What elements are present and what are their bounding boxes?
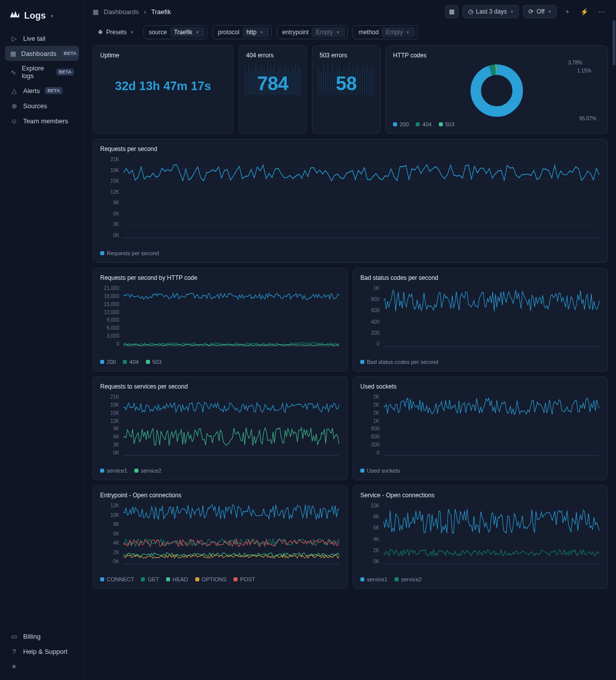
sidebar-item-help[interactable]: ? Help & Support <box>5 644 79 659</box>
grid-icon: ▦ <box>93 8 99 16</box>
legend-item: 503 <box>152 359 162 365</box>
dashboard-content: Uptime 32d 13h 47m 17s 404 errors 784 50… <box>85 45 616 680</box>
plus-icon: ＋ <box>564 7 571 16</box>
panel-rps-by-http-code[interactable]: Requests per second by HTTP code 21,0001… <box>93 268 348 371</box>
sidebar-item-sources[interactable]: ⊕ Sources <box>5 98 79 113</box>
topbar: ▦ Dashboards › Traefik ▦ ◷ Last 3 days ▾… <box>85 0 616 23</box>
y-axis: 21,00018,00015,00012,0009,0006,0003,0000 <box>100 285 122 347</box>
help-icon: ? <box>10 647 18 655</box>
filter-key: source <box>149 29 167 36</box>
y-axis: 2K2K2K1K9006003000 <box>360 394 382 456</box>
scroll-thumb[interactable] <box>612 20 615 65</box>
legend-item: POST <box>240 576 255 582</box>
chart: 21,00018,00015,00012,0009,0006,0003,0000 <box>100 285 340 356</box>
legend-item: service2 <box>141 468 162 474</box>
panel-title: Requests to services per second <box>100 383 340 390</box>
panel-http-codes[interactable]: HTTP codes 3.78% 1.15% 95.07% 200 404 50… <box>386 45 608 134</box>
uptime-value: 32d 13h 47m 17s <box>100 79 226 93</box>
panel-404-errors[interactable]: 404 errors 784 <box>239 45 307 134</box>
sidebar-item-explore-logs[interactable]: ∿ Explore logs BETA <box>5 61 79 83</box>
panel-entrypoint-open-connections[interactable]: Entrypoint - Open connections 12K10K8K6K… <box>93 485 348 589</box>
play-icon: ▷ <box>10 34 18 42</box>
y-axis: 21K18K15K12K9K6K3K0K <box>100 157 122 238</box>
chart: 12K10K8K6K4K2K0K <box>100 503 340 573</box>
chevron-down-icon: ▾ <box>131 30 133 35</box>
user-icon: ☺ <box>10 117 18 125</box>
timerange-selector[interactable]: ◷ Last 3 days ▾ <box>463 5 519 18</box>
panel-title: Requests per second by HTTP code <box>100 274 340 281</box>
filter-method[interactable]: method Empty▾ <box>353 25 418 39</box>
more-button[interactable]: ⋯ <box>595 5 608 18</box>
legend: Bad status codes per second <box>360 359 600 365</box>
chevron-down-icon: ▾ <box>549 9 551 14</box>
layers-icon: ❖ <box>98 29 103 36</box>
panel-bad-status-codes[interactable]: Bad status codes per second 1K8006004002… <box>353 268 608 371</box>
donut-pct-404: 3.78% <box>568 60 582 65</box>
legend-item: Used sockets <box>367 468 400 474</box>
presets-label: Presets <box>106 29 127 36</box>
legend: service1 service2 <box>100 468 340 474</box>
chevron-down-icon: ▾ <box>196 30 199 35</box>
bolt-icon: ⚡ <box>580 8 588 16</box>
theme-toggle[interactable]: ☀ <box>5 659 79 674</box>
svg-point-58 <box>476 69 517 111</box>
sidebar: Logs ▾ ▷ Live tail ▦ Dashboards BETA ∿ E… <box>0 0 85 680</box>
clock-icon: ◷ <box>468 8 473 15</box>
chevron-down-icon: ▾ <box>261 30 263 35</box>
filter-entrypoint[interactable]: entrypoint Empty▾ <box>277 25 348 39</box>
sidebar-item-alerts[interactable]: △ Alerts BETA <box>5 83 79 98</box>
panel-title: Bad status codes per second <box>360 274 600 281</box>
sidebar-item-label: Team members <box>23 117 68 125</box>
panel-requests-to-services[interactable]: Requests to services per second 21K18K15… <box>93 376 348 480</box>
panel-uptime[interactable]: Uptime 32d 13h 47m 17s <box>93 45 234 134</box>
breadcrumb: ▦ Dashboards › Traefik <box>93 8 171 16</box>
panel-requests-per-second[interactable]: Requests per second 21K18K15K12K9K6K3K0K… <box>93 139 608 263</box>
legend-item: service1 <box>107 468 127 474</box>
flash-button[interactable]: ⚡ <box>578 5 591 18</box>
panel-title: 503 errors <box>320 52 373 59</box>
beta-badge: BETA <box>56 68 74 75</box>
refresh-label: Off <box>536 8 545 15</box>
legend-item: Bad status codes per second <box>367 359 438 365</box>
y-axis: 1K8006004002000 <box>360 285 382 347</box>
chart: 2K2K2K1K9006003000 <box>360 394 600 465</box>
chart: 21K18K15K12K9K6K3K0K <box>100 394 340 465</box>
app-logo[interactable]: Logs ▾ <box>5 6 79 31</box>
donut-pct-503: 1.15% <box>577 68 591 73</box>
panel-service-open-connections[interactable]: Service - Open connections 10K8K6K4K2K0K… <box>353 485 608 589</box>
sidebar-item-dashboards[interactable]: ▦ Dashboards BETA <box>5 46 79 61</box>
sidebar-item-live-tail[interactable]: ▷ Live tail <box>5 31 79 46</box>
legend-item: OPTIONS <box>202 576 227 582</box>
filter-protocol[interactable]: protocol http▾ <box>212 25 272 39</box>
filter-key: method <box>358 29 378 36</box>
panel-503-errors[interactable]: 503 errors 58 <box>312 45 380 134</box>
panel-used-sockets[interactable]: Used sockets 2K2K2K1K9006003000 Used soc… <box>353 376 608 480</box>
legend-item: 503 <box>445 121 454 127</box>
sidebar-item-label: Explore logs <box>22 64 51 80</box>
add-button[interactable]: ＋ <box>561 5 574 18</box>
logo-icon <box>9 9 20 23</box>
panel-title: Uptime <box>100 52 226 59</box>
beta-badge: BETA <box>45 87 62 94</box>
legend: Requests per second <box>100 250 600 256</box>
presets-button[interactable]: ❖ Presets ▾ <box>93 26 138 38</box>
chart: 10K8K6K4K2K0K <box>360 503 600 573</box>
sidebar-item-label: Billing <box>23 633 41 640</box>
breadcrumb-root[interactable]: Dashboards <box>104 8 139 16</box>
chart: 21K18K15K12K9K6K3K0K <box>100 157 600 247</box>
grid-icon: ▦ <box>10 49 16 57</box>
legend-item: Requests per second <box>107 250 159 256</box>
scrollbar[interactable] <box>612 0 616 680</box>
donut-pct-200: 95.07% <box>579 116 596 121</box>
donut-chart <box>469 63 524 118</box>
legend-item: service1 <box>367 576 388 582</box>
sidebar-item-team-members[interactable]: ☺ Team members <box>5 113 79 128</box>
main: ▦ Dashboards › Traefik ▦ ◷ Last 3 days ▾… <box>85 0 616 680</box>
chevron-right-icon: › <box>144 8 146 16</box>
refresh-selector[interactable]: ⟳ Off ▾ <box>523 5 557 18</box>
sidebar-item-label: Alerts <box>23 87 40 95</box>
layout-button[interactable]: ▦ <box>445 5 458 18</box>
sidebar-item-billing[interactable]: ▭ Billing <box>5 629 79 644</box>
filter-source[interactable]: source Traefik▾ <box>143 25 207 39</box>
legend-item: 404 <box>422 121 431 127</box>
